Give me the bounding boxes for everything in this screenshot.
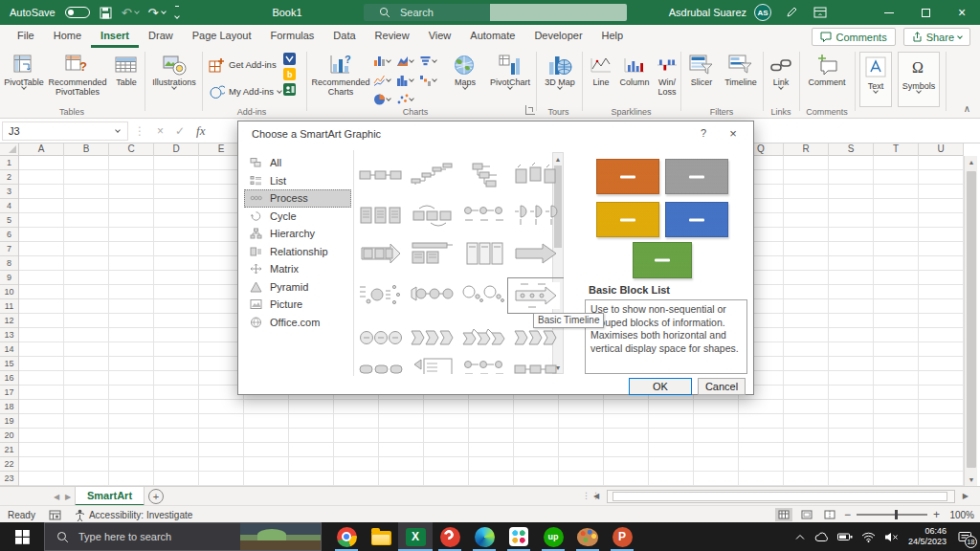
column-header-u[interactable]: U	[919, 143, 964, 156]
comment-button[interactable]: Comment	[804, 51, 850, 110]
taskbar-upwork-icon[interactable]: up	[536, 522, 570, 551]
row-header-17[interactable]: 17	[0, 386, 18, 400]
3d-map-button[interactable]: 3D Map	[540, 51, 580, 110]
category-office-com[interactable]: Office.com	[244, 314, 351, 332]
horizontal-scroll-thumb[interactable]	[612, 492, 947, 501]
ok-button[interactable]: OK	[629, 378, 692, 395]
smartart-thumb-boxes-h-0[interactable]	[357, 162, 405, 188]
taskbar-excel-icon[interactable]: X	[398, 522, 433, 551]
charts-dialog-launcher[interactable]	[525, 105, 535, 115]
smartart-thumb-dots-line-6[interactable]	[460, 202, 508, 229]
minimize-icon[interactable]	[871, 0, 907, 25]
row-header-18[interactable]: 18	[0, 400, 18, 414]
wifi-icon[interactable]	[861, 532, 876, 542]
smartart-thumb-panels-10[interactable]	[460, 240, 508, 267]
action-center-icon[interactable]: 18	[955, 527, 974, 546]
macro-record-icon[interactable]	[49, 510, 61, 520]
cloud-icon[interactable]	[814, 532, 829, 542]
slicer-button[interactable]: Slicer	[684, 51, 719, 110]
smartart-thumb-chevrons-17[interactable]	[409, 324, 457, 351]
zoom-level[interactable]: 100%	[946, 510, 974, 520]
normal-view-icon[interactable]	[775, 508, 792, 521]
tab-automate[interactable]: Automate	[460, 25, 524, 48]
category-all[interactable]: All	[244, 154, 351, 172]
column-header-a[interactable]: A	[19, 143, 64, 156]
sparkline-winloss-button[interactable]: Win/ Loss	[654, 51, 680, 110]
link-button[interactable]: Link	[766, 51, 796, 110]
row-header-13[interactable]: 13	[0, 328, 18, 342]
row-header-7[interactable]: 7	[0, 242, 18, 256]
volume-muted-icon[interactable]	[884, 532, 900, 542]
row-header-15[interactable]: 15	[0, 357, 18, 371]
pie-chart-icon[interactable]	[373, 90, 396, 109]
column-header-b[interactable]: B	[64, 143, 109, 156]
row-header-3[interactable]: 3	[0, 185, 18, 199]
category-picture[interactable]: Picture	[244, 296, 351, 314]
row-header-8[interactable]: 8	[0, 256, 18, 271]
column-header-r[interactable]: R	[784, 143, 829, 156]
zoom-out-icon[interactable]: −	[844, 508, 851, 521]
zoom-slider-thumb[interactable]	[895, 510, 898, 519]
sheet-tab-smartart[interactable]: SmartArt	[75, 487, 145, 506]
collapse-ribbon-icon[interactable]: ∧	[964, 103, 970, 114]
scroll-right-icon[interactable]: ▶	[963, 492, 969, 500]
area-chart-icon[interactable]	[396, 52, 419, 71]
category-matrix[interactable]: Matrix	[244, 260, 351, 278]
smartart-thumb-cards-3[interactable]	[512, 162, 560, 188]
column-header-s[interactable]: S	[829, 143, 874, 156]
accessibility-status[interactable]: Accessibility: Investigate	[89, 510, 192, 520]
save-icon[interactable]	[100, 7, 112, 19]
row-header-2[interactable]: 2	[0, 170, 18, 185]
comments-button[interactable]: Comments	[812, 28, 895, 46]
category-cycle[interactable]: Cycle	[244, 208, 351, 226]
smartart-thumb-half-circles-7[interactable]	[512, 202, 560, 229]
search-highlight-image[interactable]	[240, 523, 321, 551]
smartart-thumb-pills-20[interactable]	[357, 356, 405, 374]
smartart-thumb-tree-2[interactable]	[460, 162, 508, 188]
row-header-11[interactable]: 11	[0, 299, 18, 314]
sparkline-column-button[interactable]: Column	[617, 51, 652, 110]
smartart-thumb-big-arrow-11[interactable]	[512, 240, 560, 267]
column-header-c[interactable]: C	[109, 143, 154, 156]
row-header-21[interactable]: 21	[0, 443, 18, 457]
pivottable-button[interactable]: PivotTable	[2, 51, 46, 110]
row-header-10[interactable]: 10	[0, 285, 18, 299]
smartart-thumb-detail-list-21[interactable]	[409, 356, 457, 374]
avatar[interactable]: AS	[754, 4, 771, 21]
smartart-thumb-circles3-16[interactable]	[357, 324, 405, 351]
category-list[interactable]: List	[244, 172, 351, 190]
row-header-1[interactable]: 1	[0, 156, 18, 170]
taskbar-explorer-icon[interactable]	[364, 522, 398, 551]
row-header-16[interactable]: 16	[0, 371, 18, 386]
smartart-thumb-folded-18[interactable]	[460, 324, 508, 351]
my-addins-button[interactable]: My Add-ins	[209, 82, 281, 100]
illustrations-button[interactable]: Illustrations	[148, 51, 200, 110]
tab-help[interactable]: Help	[592, 25, 634, 48]
taskbar-chrome-icon[interactable]	[329, 522, 364, 551]
maximize-icon[interactable]	[907, 0, 944, 25]
close-icon[interactable]: ×	[944, 0, 980, 25]
chevron-up-icon[interactable]	[794, 533, 806, 541]
prev-sheet-icon[interactable]: ◀	[54, 487, 59, 506]
dialog-help-icon[interactable]: ?	[696, 127, 711, 143]
horizontal-scrollbar[interactable]: ◀ ▶	[593, 490, 969, 503]
select-all-corner[interactable]	[0, 143, 19, 156]
tab-formulas[interactable]: Formulas	[261, 25, 324, 48]
tab-file[interactable]: File	[8, 25, 44, 48]
dialog-close-icon[interactable]: ×	[724, 126, 742, 143]
taskbar-search[interactable]: Type here to search	[44, 522, 322, 551]
row-header-14[interactable]: 14	[0, 342, 18, 357]
scroll-down-icon[interactable]: ▼	[965, 474, 978, 486]
row-header-19[interactable]: 19	[0, 414, 18, 429]
tab-developer[interactable]: Developer	[524, 25, 591, 48]
smartart-thumb-chevron-circles-13[interactable]	[409, 282, 457, 309]
tab-data[interactable]: Data	[323, 25, 365, 48]
page-layout-view-icon[interactable]	[798, 508, 815, 521]
smartart-thumb-ring-process-14[interactable]	[460, 282, 508, 309]
search-box[interactable]: Search	[364, 4, 627, 21]
smartart-thumb-boxes-h-23[interactable]	[512, 356, 560, 374]
tab-view[interactable]: View	[419, 25, 461, 48]
column-header-d[interactable]: D	[154, 143, 199, 156]
clock[interactable]: 06:46 24/5/2023	[908, 526, 947, 547]
smartart-thumb-alt-flow-5[interactable]	[409, 202, 457, 229]
